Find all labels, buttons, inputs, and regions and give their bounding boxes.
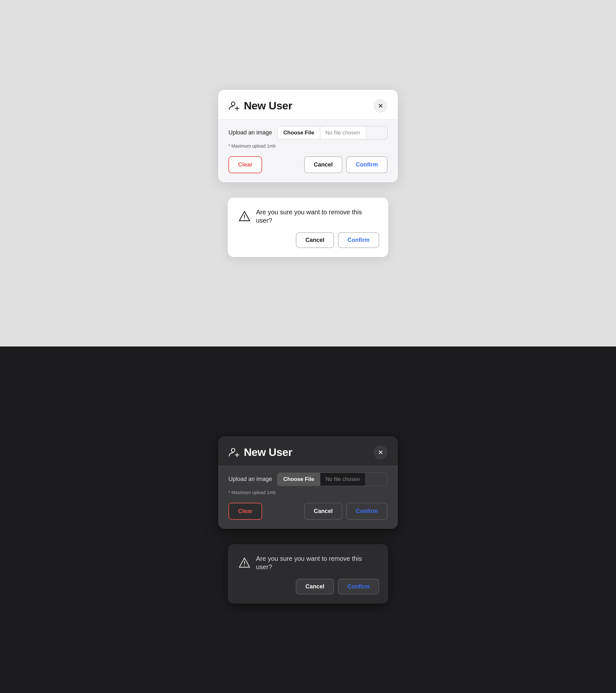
modal-actions-light: Clear Cancel Confirm	[228, 156, 388, 173]
svg-point-4	[244, 218, 245, 219]
modal-header-light: New User ✕	[218, 90, 398, 119]
confirm-message-light: Are you sure you want to remove this use…	[256, 208, 378, 224]
modal-actions-right-dark: Cancel Confirm	[304, 503, 388, 520]
no-file-label-dark: No file chosen	[320, 473, 365, 486]
new-user-modal-light: New User ✕ Upload an image Choose File N…	[218, 90, 398, 182]
file-input-group-dark: Choose File No file chosen	[277, 473, 388, 486]
user-add-icon-dark	[228, 447, 240, 458]
close-button-dark[interactable]: ✕	[374, 445, 388, 459]
confirm-dialog-light: Are you sure you want to remove this use…	[228, 198, 388, 257]
choose-file-button-light[interactable]: Choose File	[278, 126, 320, 139]
upload-label-dark: Upload an image	[228, 476, 272, 482]
dark-theme-section: New User ✕ Upload an image Choose File N…	[0, 346, 616, 693]
modal-title: New User	[244, 99, 292, 112]
max-upload-note-light: * Maximum upload 1mb	[228, 143, 388, 148]
clear-button-light[interactable]: Clear	[228, 156, 262, 173]
cancel-button-light[interactable]: Cancel	[304, 156, 342, 173]
confirm-footer-light: Cancel Confirm	[228, 232, 388, 257]
confirm-button-light[interactable]: Confirm	[346, 156, 388, 173]
confirm-dialog-dark: Are you sure you want to remove this use…	[228, 544, 388, 603]
no-file-label-light: No file chosen	[320, 126, 365, 139]
modal-body-light: Upload an image Choose File No file chos…	[218, 119, 398, 182]
modal-title-dark: New User	[244, 446, 292, 458]
warning-icon-light	[238, 210, 251, 223]
clear-button-dark[interactable]: Clear	[228, 503, 262, 520]
choose-file-button-dark[interactable]: Choose File	[278, 473, 320, 486]
max-upload-note-dark: * Maximum upload 1mb	[228, 490, 388, 495]
warning-icon-dark	[238, 556, 251, 569]
modal-title-group: New User	[228, 99, 292, 112]
modal-body-dark: Upload an image Choose File No file chos…	[218, 466, 398, 529]
modal-actions-right-light: Cancel Confirm	[304, 156, 388, 173]
confirm-button-dark[interactable]: Confirm	[346, 503, 388, 520]
new-user-modal-dark: New User ✕ Upload an image Choose File N…	[218, 436, 398, 529]
light-theme-section: New User ✕ Upload an image Choose File N…	[0, 0, 616, 346]
modal-actions-dark: Clear Cancel Confirm	[228, 503, 388, 520]
svg-point-9	[244, 565, 245, 566]
svg-point-5	[231, 448, 235, 452]
dialog-confirm-button-dark[interactable]: Confirm	[338, 579, 379, 594]
confirm-body-dark: Are you sure you want to remove this use…	[228, 544, 388, 579]
modal-header-dark: New User ✕	[218, 436, 398, 466]
cancel-button-dark[interactable]: Cancel	[304, 503, 342, 520]
user-add-icon	[228, 100, 240, 112]
confirm-message-dark: Are you sure you want to remove this use…	[256, 554, 378, 571]
confirm-footer-dark: Cancel Confirm	[228, 579, 388, 603]
modal-title-group-dark: New User	[228, 446, 292, 458]
upload-row-dark: Upload an image Choose File No file chos…	[228, 473, 388, 486]
upload-row: Upload an image Choose File No file chos…	[228, 126, 388, 140]
file-input-group: Choose File No file chosen	[277, 126, 388, 140]
svg-point-0	[231, 102, 235, 105]
dialog-confirm-button-light[interactable]: Confirm	[338, 232, 379, 248]
upload-label: Upload an image	[228, 129, 272, 136]
dialog-cancel-button-dark[interactable]: Cancel	[296, 579, 334, 594]
dialog-cancel-button-light[interactable]: Cancel	[296, 232, 334, 248]
confirm-body-light: Are you sure you want to remove this use…	[228, 198, 388, 232]
close-button-light[interactable]: ✕	[374, 99, 388, 113]
